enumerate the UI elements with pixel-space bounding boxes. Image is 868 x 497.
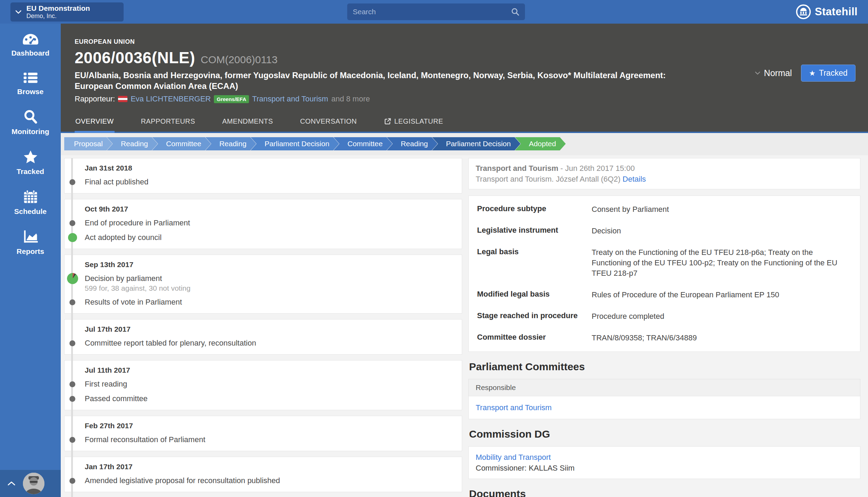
rapporteur-committee-link[interactable]: Transport and Tourism bbox=[252, 94, 328, 103]
org-subtitle: Demo, Inc. bbox=[26, 13, 90, 20]
user-avatar[interactable] bbox=[23, 473, 44, 494]
sidebar-item-tracked[interactable]: Tracked bbox=[0, 141, 61, 181]
meeting-card: Transport and Tourism - Jun 26th 2017 15… bbox=[468, 158, 860, 189]
timeline-card: Oct 9th 2017End of procedure in Parliame… bbox=[64, 199, 462, 249]
external-link-icon bbox=[384, 118, 391, 125]
timeline-event: End of procedure in Parliament bbox=[85, 218, 453, 228]
tracked-button-label: Tracked bbox=[819, 68, 848, 78]
timeline-event-text: Final act published bbox=[85, 177, 453, 187]
content: Jan 31st 2018Final act publishedOct 9th … bbox=[61, 155, 868, 497]
meeting-location: Transport and Tourism. József Antall (6Q… bbox=[476, 175, 623, 183]
event-dot-icon bbox=[69, 220, 75, 226]
tracked-button[interactable]: ★ Tracked bbox=[801, 65, 856, 82]
procedure-details-card: Procedure subtypeConsent by ParliamentLe… bbox=[468, 196, 860, 352]
document-header: EUROPEAN UNION 2006/0036(NLE) COM(2006)0… bbox=[61, 24, 868, 133]
gauge-icon bbox=[22, 33, 40, 46]
committees-heading: Parliament Committees bbox=[469, 361, 860, 373]
documents-heading: Documents bbox=[469, 488, 860, 497]
chevron-down-icon bbox=[15, 10, 22, 14]
rapporteur-name-link[interactable]: Eva LICHTENBERGER bbox=[131, 94, 211, 103]
responsible-committee-link[interactable]: Transport and Tourism bbox=[476, 403, 552, 412]
detail-value: Rules of Procedure of the European Parli… bbox=[592, 290, 783, 300]
detail-row: Modified legal basisRules of Procedure o… bbox=[477, 284, 852, 306]
chevron-up-icon[interactable] bbox=[8, 481, 15, 486]
statehill-logo-icon bbox=[795, 4, 811, 20]
detail-value: TRAN/8/09358; TRAN/6/34889 bbox=[592, 333, 700, 343]
sidebar-item-label: Schedule bbox=[14, 207, 47, 216]
sidebar-item-browse[interactable]: Browse bbox=[0, 62, 61, 101]
tab-legislature[interactable]: LEGISLATURE bbox=[383, 115, 444, 133]
timeline-event-text: Formal reconsultation of Parliament bbox=[85, 435, 453, 445]
detail-value: Consent by Parliament bbox=[592, 204, 673, 215]
sidebar-item-monitoring[interactable]: Monitoring bbox=[0, 101, 61, 141]
avatar-silhouette-icon bbox=[23, 473, 44, 494]
org-switcher[interactable]: EU Demonstration Demo, Inc. bbox=[10, 2, 124, 22]
commission-dg-card: Mobility and Transport Commissioner: KAL… bbox=[468, 446, 860, 479]
sidebar-item-label: Reports bbox=[17, 247, 44, 256]
timeline-event: Act adopted by council bbox=[85, 233, 453, 242]
event-dot-icon bbox=[69, 437, 75, 443]
timeline-event-text: First reading bbox=[85, 379, 453, 389]
timeline-event: First reading bbox=[85, 379, 453, 389]
timeline-date: Sep 13th 2017 bbox=[85, 259, 453, 269]
sidebar-item-dashboard[interactable]: Dashboard bbox=[0, 24, 61, 62]
global-search bbox=[347, 3, 525, 20]
detail-label: Modified legal basis bbox=[477, 290, 592, 300]
stage-reading-1: Reading bbox=[107, 137, 158, 150]
meeting-details-link[interactable]: Details bbox=[623, 175, 646, 183]
timeline-event-text: Amended legislative proposal for reconsu… bbox=[85, 476, 453, 486]
timeline-card: Jan 31st 2018Final act published bbox=[64, 158, 462, 193]
rapporteur-more[interactable]: and 8 more bbox=[331, 94, 370, 103]
timeline: Jan 31st 2018Final act publishedOct 9th … bbox=[64, 158, 462, 497]
detail-row: Committee dossierTRAN/8/09358; TRAN/6/34… bbox=[477, 327, 852, 349]
sidebar-item-label: Tracked bbox=[17, 167, 44, 176]
detail-value: Decision bbox=[592, 226, 624, 236]
brand[interactable]: Statehill bbox=[795, 0, 858, 24]
timeline-event: Final act published bbox=[85, 177, 453, 187]
adopted-dot-icon bbox=[68, 233, 77, 242]
timeline-event: Amended legislative proposal for reconsu… bbox=[85, 476, 453, 486]
timeline-date: Jan 17th 2017 bbox=[85, 461, 453, 471]
tab-rapporteurs[interactable]: RAPPORTEURS bbox=[140, 115, 196, 133]
sidebar: Dashboard Browse Monitoring Tracked bbox=[0, 24, 61, 497]
detail-label: Stage reached in procedure bbox=[477, 311, 592, 322]
priority-dropdown[interactable]: Normal bbox=[755, 68, 792, 78]
meeting-committee: Transport and Tourism bbox=[476, 164, 558, 173]
magnifier-icon bbox=[23, 110, 39, 124]
timeline-column: Jan 31st 2018Final act publishedOct 9th … bbox=[64, 158, 462, 497]
timeline-event-text: Committee report tabled for plenary, rec… bbox=[85, 338, 453, 348]
search-input[interactable] bbox=[347, 8, 511, 16]
sidebar-item-reports[interactable]: Reports bbox=[0, 221, 61, 260]
jurisdiction-label: EUROPEAN UNION bbox=[61, 38, 868, 45]
stage-proposal: Proposal bbox=[64, 137, 112, 150]
timeline-card: Feb 27th 2017Formal reconsultation of Pa… bbox=[64, 416, 462, 451]
chevron-down-icon bbox=[755, 71, 760, 75]
timeline-date: Oct 9th 2017 bbox=[85, 204, 453, 213]
committees-column-header: Responsible bbox=[468, 379, 860, 396]
vote-result-text: 599 for, 38 against, 30 not voting bbox=[85, 284, 453, 292]
timeline-card: Sep 13th 2017Decision by parliament599 f… bbox=[64, 255, 462, 314]
timeline-event: Formal reconsultation of Parliament bbox=[85, 435, 453, 445]
stage-committee-1: Committee bbox=[152, 137, 211, 150]
political-group-badge: Greens/EFA bbox=[214, 95, 249, 103]
header-actions: Normal ★ Tracked bbox=[755, 65, 856, 82]
sidebar-item-schedule[interactable]: Schedule bbox=[0, 181, 61, 221]
star-icon: ★ bbox=[809, 69, 816, 77]
vote-pie-icon bbox=[67, 273, 78, 284]
detail-value: Procedure completed bbox=[592, 311, 668, 322]
event-dot-icon bbox=[69, 381, 75, 387]
timeline-card: Jul 11th 2017First readingPassed committ… bbox=[64, 360, 462, 410]
commission-dg-heading: Commission DG bbox=[469, 428, 860, 440]
tab-overview[interactable]: OVERVIEW bbox=[75, 115, 115, 133]
search-icon[interactable] bbox=[511, 8, 519, 16]
tab-amendments[interactable]: AMENDMENTS bbox=[222, 115, 274, 133]
stage-parliament-decision-2: Parliament Decision bbox=[432, 137, 520, 150]
timeline-date: Feb 27th 2017 bbox=[85, 420, 453, 430]
dg-link[interactable]: Mobility and Transport bbox=[476, 453, 551, 462]
tab-bar: OVERVIEW RAPPORTEURS AMENDMENTS CONVERSA… bbox=[61, 115, 868, 133]
tab-conversation[interactable]: CONVERSATION bbox=[299, 115, 357, 133]
event-dot-icon bbox=[69, 299, 75, 305]
timeline-event-text: End of procedure in Parliament bbox=[85, 218, 453, 228]
detail-label: Legal basis bbox=[477, 247, 592, 279]
event-dot-icon bbox=[69, 396, 75, 402]
